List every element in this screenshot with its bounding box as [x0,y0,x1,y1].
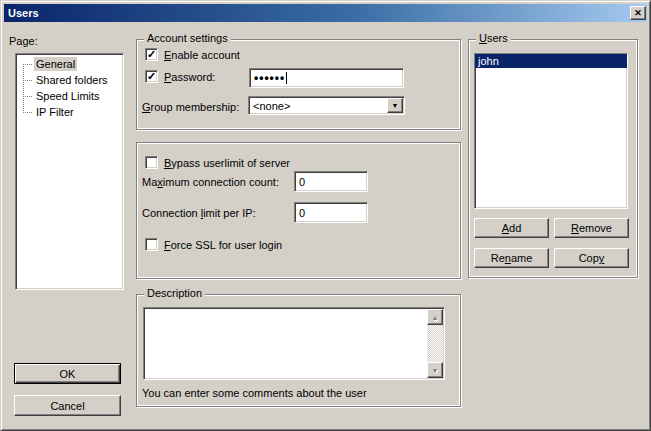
list-item-john[interactable]: john [475,54,627,68]
max-connection-count-input[interactable]: 0 [294,171,368,192]
page-tree[interactable]: General Shared folders Speed Limits IP F… [15,53,124,290]
cancel-button[interactable]: Cancel [14,395,121,416]
tree-item-label: Speed Limits [34,89,102,103]
tree-item-general[interactable]: General [16,56,77,72]
text-caret [286,72,287,84]
tree-connector [23,64,32,65]
scroll-down-button[interactable]: ▼ [427,362,443,378]
close-icon: ✕ [634,9,642,18]
max-connection-count-value: 0 [299,176,305,188]
password-value: •••••• [254,71,285,85]
description-caption: Description [144,287,205,300]
tree-item-ip-filter[interactable]: IP Filter [16,104,76,120]
copy-button-label: Copy [579,252,605,264]
tree-item-shared-folders[interactable]: Shared folders [16,72,110,88]
remove-button[interactable]: Remove [554,218,629,238]
window-title: Users [8,7,39,19]
title-bar[interactable]: Users [4,4,647,22]
connection-limit-per-ip-label: Connection limit per IP: [142,207,256,219]
page-label: Page: [9,35,38,47]
selected-option: <none> [253,100,290,112]
tree-item-label: IP Filter [34,105,76,119]
tree-connector [23,80,32,81]
force-ssl-label[interactable]: Force SSL for user login [164,239,282,251]
rename-button-label: Rename [491,252,533,264]
arrow-up-icon: ▲ [432,314,439,321]
password-label[interactable]: Password: [164,71,215,83]
checkmark-icon: ✓ [147,71,156,82]
connection-limit-per-ip-value: 0 [299,207,305,219]
close-button[interactable]: ✕ [630,6,646,20]
group-membership-label: Group membership: [142,101,239,113]
vertical-scrollbar[interactable]: ▲ ▼ [427,309,443,378]
tree-item-speed-limits[interactable]: Speed Limits [16,88,102,104]
description-textarea[interactable]: ▲ ▼ [143,307,445,380]
connection-limit-per-ip-input[interactable]: 0 [294,202,368,223]
checkmark-icon: ✓ [147,49,156,60]
bypass-userlimit-label[interactable]: Bypass userlimit of server [164,157,290,169]
tree-item-label: General [34,57,77,71]
force-ssl-checkbox[interactable] [145,238,158,251]
scroll-up-button[interactable]: ▲ [427,309,443,325]
arrow-down-icon: ▼ [432,367,439,374]
chevron-down-icon: ▼ [392,102,399,109]
dropdown-button[interactable]: ▼ [387,98,403,113]
password-checkbox[interactable]: ✓ [145,70,158,83]
add-button-label: Add [502,222,522,234]
tree-connector [23,96,32,97]
enable-account-checkbox[interactable]: ✓ [145,48,158,61]
group-membership-select[interactable]: <none> ▼ [248,96,405,115]
add-button[interactable]: Add [474,218,549,238]
cancel-button-label: Cancel [50,400,84,412]
bypass-userlimit-checkbox[interactable] [145,156,158,169]
tree-connector [23,112,32,113]
description-hint: You can enter some comments about the us… [142,387,367,399]
users-caption: Users [476,32,511,45]
max-connection-count-label: Maximum connection count: [142,176,279,188]
ok-button-label: OK [60,368,76,380]
enable-account-label[interactable]: Enable account [164,49,240,61]
users-list[interactable]: john [474,53,628,209]
account-settings-caption: Account settings [144,32,231,45]
rename-button[interactable]: Rename [474,248,549,268]
tree-item-label: Shared folders [34,73,110,87]
password-input[interactable]: •••••• [249,68,404,88]
ok-button[interactable]: OK [14,363,121,384]
copy-button[interactable]: Copy [554,248,629,268]
users-dialog: Users ✕ Page: General Shared folders Spe… [0,0,651,431]
remove-button-label: Remove [571,222,612,234]
